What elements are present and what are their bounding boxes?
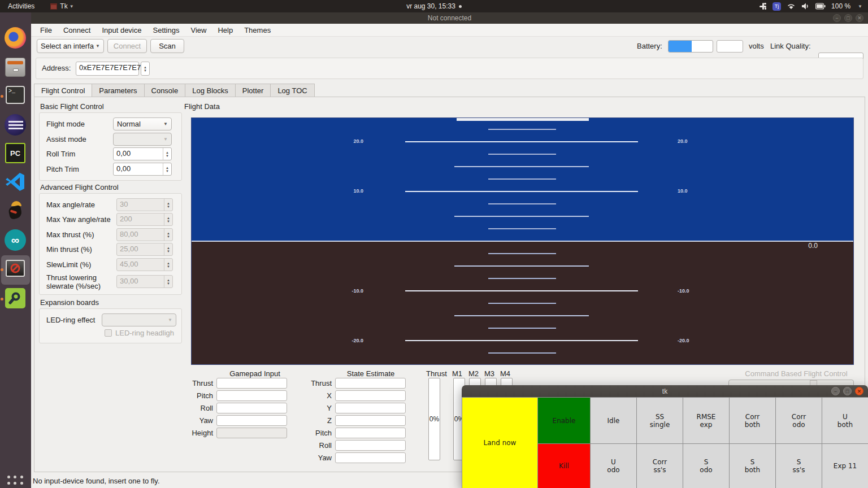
cfclient-app-icon[interactable] [6,260,28,282]
minimize-button[interactable]: − [833,14,841,22]
notification-dot-icon [459,5,462,8]
state-thrust-field[interactable] [335,378,406,389]
connect-button[interactable]: Connect [107,39,147,53]
corr-odo-button[interactable]: Corr odo [776,398,822,443]
max-thrust-spinbox[interactable]: 80,00▲▼ [116,228,173,241]
vscode-app-icon[interactable] [5,172,28,194]
address-spinner[interactable]: ▲▼ [141,62,150,76]
volts-field[interactable] [717,40,743,53]
led-ring-effect-label: LED-ring effect [46,316,95,324]
rmse-exp-button[interactable]: RMSE exp [683,398,729,443]
magnifier-icon [8,291,22,305]
state-pitch-field[interactable] [335,428,406,438]
eclipse-app-icon[interactable] [5,114,27,137]
flight-mode-value: Normal [117,120,141,128]
pycharm-app-icon[interactable]: PC [5,143,28,165]
tk-window: tk − □ ✕ Land now Enable Idle SS single … [462,385,868,488]
pitch-label: -10.0 [678,288,714,294]
u-both-button[interactable]: U both [822,398,868,443]
menu-view[interactable]: View [185,26,212,34]
slewlimit-spinbox[interactable]: 45,00▲▼ [116,258,173,271]
tab-log-toc[interactable]: Log TOC [270,84,314,97]
enable-button[interactable]: Enable [538,398,590,443]
gamepad-height-field[interactable] [216,428,287,438]
interface-select[interactable]: Select an interfa ▼ [37,39,104,53]
slack-tray-icon[interactable] [759,2,767,10]
s-odo-button[interactable]: S odo [683,444,729,488]
state-thrust-label: Thrust [294,379,332,387]
gamepad-yaw-field[interactable] [216,415,287,426]
tab-console[interactable]: Console [144,84,185,97]
gamepad-thrust-field[interactable] [216,378,287,389]
state-roll-field[interactable] [335,440,406,451]
scan-button[interactable]: Scan [150,39,184,53]
tk-minimize-button[interactable]: − [831,387,840,395]
misc-creature-app-icon[interactable] [6,201,28,223]
led-ring-headlight-checkbox[interactable] [105,329,112,337]
max-angle-spinbox[interactable]: 30▲▼ [116,198,173,211]
tk-titlebar[interactable]: tk − □ ✕ [462,385,868,397]
corr-sss-button[interactable]: Corr ss's [637,444,683,488]
chevron-down-icon: ▼ [163,121,168,127]
link-quality-label: Link Quality: [770,42,811,50]
u-odo-button[interactable]: U odo [591,444,636,488]
system-menu-chevron-icon[interactable]: ▼ [858,4,862,9]
thrust-lowering-spinbox[interactable]: 30,00▲▼ [116,275,173,288]
state-y-field[interactable] [335,403,406,413]
s-sss-button[interactable]: S ss's [776,444,822,488]
gamepad-roll-field[interactable] [216,403,287,413]
expansion-boards-heading: Expansion boards [40,298,99,307]
arduino-app-icon[interactable]: ∞ [5,229,27,252]
menu-help[interactable]: Help [212,26,238,34]
kill-button[interactable]: Kill [538,444,590,488]
flight-mode-select[interactable]: Normal ▼ [113,117,172,130]
teams-tray-icon[interactable]: Tj [772,2,781,11]
show-applications-button[interactable] [7,476,24,488]
max-yaw-spinbox[interactable]: 200▲▼ [116,213,173,226]
land-now-button[interactable]: Land now [462,398,537,488]
volts-label: volts [749,42,764,50]
state-z-field[interactable] [335,415,406,426]
horizon-line [192,241,854,242]
corr-both-button[interactable]: Corr both [730,398,775,443]
max-thrust-label: Max thrust (%) [46,230,94,239]
tk-maximize-button[interactable]: □ [843,387,852,395]
led-ring-effect-select[interactable]: ▼ [102,313,176,326]
terminal-app-icon[interactable]: >_ [6,86,28,108]
menu-input-device[interactable]: Input device [96,26,147,34]
address-spinbox[interactable]: 0xE7E7E7E7E7E7 [76,62,139,76]
s-both-button[interactable]: S both [730,444,775,488]
tab-flight-control[interactable]: Flight Control [34,84,92,97]
idle-button[interactable]: Idle [591,398,636,443]
clock[interactable]: vr aug 30, 15:33 [406,2,455,10]
pitch-label: -20.0 [678,338,714,343]
tab-parameters[interactable]: Parameters [92,84,144,97]
motor-thrust-heading: Thrust [426,369,447,378]
min-thrust-spinbox[interactable]: 25,00▲▼ [116,243,173,256]
gamepad-pitch-field[interactable] [216,390,287,401]
roll-trim-spinbox[interactable]: 0,00▲▼ [113,147,172,160]
menu-file[interactable]: File [34,26,58,34]
motor-m3-heading: M3 [484,369,494,378]
maximize-button[interactable]: □ [844,14,852,22]
menu-connect[interactable]: Connect [58,26,96,34]
tk-close-button[interactable]: ✕ [855,387,863,395]
exp-11-button[interactable]: Exp 11 [822,444,868,488]
window-titlebar[interactable]: Not connected − □ ✕ [31,12,868,24]
tab-log-blocks[interactable]: Log Blocks [185,84,235,97]
expansion-boards-group: LED-ring effect ▼ LED-ring headligh [39,308,182,343]
state-yaw-field[interactable] [335,452,406,463]
state-x-field[interactable] [335,390,406,401]
window-title: Not connected [428,14,471,22]
menu-themes[interactable]: Themes [238,26,276,34]
menu-settings[interactable]: Settings [147,26,185,34]
tab-plotter[interactable]: Plotter [235,84,271,97]
close-button[interactable]: ✕ [856,14,863,22]
search-tool-app-icon[interactable] [5,288,28,311]
pitch-trim-spinbox[interactable]: 0,00▲▼ [113,163,172,176]
firefox-app-icon[interactable] [5,27,27,50]
roll-trim-label: Roll Trim [46,150,75,158]
archive-manager-app-icon[interactable] [5,58,28,80]
assist-mode-select[interactable]: ▼ [113,133,172,146]
ss-single-button[interactable]: SS single [637,398,683,443]
